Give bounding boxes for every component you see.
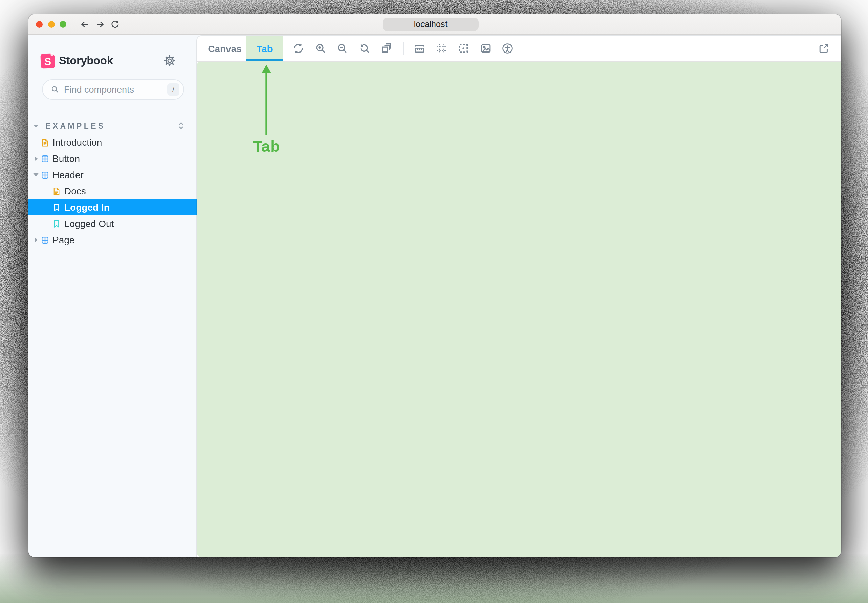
remount-icon xyxy=(293,43,304,54)
component-icon xyxy=(40,235,49,244)
brand-title[interactable]: Storybook xyxy=(59,54,113,67)
toolbar-divider xyxy=(402,42,403,55)
tree-item-label: Docs xyxy=(64,186,86,196)
tree-item-label: Button xyxy=(52,153,80,164)
tab-canvas[interactable]: Canvas xyxy=(197,36,247,62)
tree-item-docs[interactable]: Docs xyxy=(28,183,197,199)
image-icon xyxy=(480,43,491,54)
sidebar-section-examples[interactable]: EXAMPLES xyxy=(28,118,197,134)
forward-arrow-icon xyxy=(96,20,105,29)
url-text: localhost xyxy=(414,20,447,29)
measure-button[interactable] xyxy=(414,43,425,54)
annotation-arrow-icon xyxy=(257,64,276,137)
minimize-window-button[interactable] xyxy=(48,21,54,28)
settings-button[interactable] xyxy=(164,55,175,66)
reload-icon xyxy=(110,20,120,29)
caret-right-icon[interactable] xyxy=(32,155,39,162)
doc-icon xyxy=(40,138,49,147)
gear-icon xyxy=(164,55,175,66)
bookmark-icon xyxy=(52,219,60,228)
remount-button[interactable] xyxy=(293,43,304,54)
outline-icon xyxy=(458,43,469,54)
outline-button[interactable] xyxy=(458,43,469,54)
backgrounds-button[interactable] xyxy=(480,43,491,54)
zoom-in-icon xyxy=(315,43,326,54)
tree-item-logged-in[interactable]: Logged In xyxy=(28,199,197,215)
grid-icon xyxy=(436,43,447,54)
window-controls xyxy=(36,21,66,28)
close-window-button[interactable] xyxy=(36,21,43,28)
canvas-toolbar xyxy=(293,36,513,62)
tree-item-label: Page xyxy=(52,234,74,245)
accessibility-icon xyxy=(502,43,513,54)
maximize-window-button[interactable] xyxy=(60,21,66,28)
tree-item-page[interactable]: Page xyxy=(28,232,197,248)
section-label: EXAMPLES xyxy=(45,122,106,130)
tree-item-label: Logged Out xyxy=(64,218,114,229)
tab-label: Canvas xyxy=(208,43,242,54)
reload-button[interactable] xyxy=(110,20,120,29)
component-icon xyxy=(40,170,49,179)
browser-chrome: localhost xyxy=(28,14,841,34)
back-arrow-icon xyxy=(80,20,89,29)
preview-panel: Canvas Tab xyxy=(197,36,841,557)
caret-right-icon[interactable] xyxy=(32,237,39,243)
tree-item-logged-out[interactable]: Logged Out xyxy=(28,215,197,232)
grid-button[interactable] xyxy=(436,43,447,54)
section-caret-down-icon xyxy=(32,123,39,130)
viewport-button[interactable] xyxy=(381,43,392,54)
chevrons-up-down-icon xyxy=(176,121,186,131)
shortcut-key: / xyxy=(172,85,174,93)
bookmark-icon xyxy=(52,203,60,212)
backdrop-green-tint xyxy=(0,553,868,603)
storybook-logo-icon[interactable]: S xyxy=(40,53,55,68)
tree-item-label: Logged In xyxy=(64,202,110,213)
tab-tab[interactable]: Tab xyxy=(247,36,283,62)
caret-down-icon[interactable] xyxy=(32,172,39,178)
browser-window: localhost S Storybook xyxy=(28,14,841,557)
open-canvas-new-tab-button[interactable] xyxy=(818,43,829,54)
search-input[interactable] xyxy=(64,84,167,94)
accessibility-button[interactable] xyxy=(502,43,513,54)
forward-button[interactable] xyxy=(96,20,105,29)
brand-header: S Storybook xyxy=(28,53,197,70)
component-icon xyxy=(40,154,49,163)
external-link-icon xyxy=(818,43,829,54)
tree-item-header[interactable]: Header xyxy=(28,167,197,183)
back-button[interactable] xyxy=(80,20,89,29)
active-tab-underline xyxy=(247,59,283,61)
ruler-icon xyxy=(414,43,425,54)
story-tree: Introduction Button xyxy=(28,134,197,248)
expand-collapse-all-button[interactable] xyxy=(176,121,186,131)
zoom-reset-button[interactable] xyxy=(359,43,370,54)
search-icon xyxy=(51,85,59,94)
tab-label: Tab xyxy=(257,43,273,54)
viewport-icon xyxy=(381,43,392,54)
preview-tabbar: Canvas Tab xyxy=(197,36,841,62)
window-content: S Storybook xyxy=(28,34,841,557)
storybook-sidebar: S Storybook xyxy=(28,34,197,557)
address-bar[interactable]: localhost xyxy=(382,18,479,31)
annotation-label: Tab xyxy=(232,138,301,156)
zoom-in-button[interactable] xyxy=(315,43,326,54)
story-canvas: Tab xyxy=(197,62,841,557)
search-box[interactable]: / xyxy=(42,79,184,100)
zoom-reset-icon xyxy=(359,43,370,54)
screenshot-stage: localhost S Storybook xyxy=(0,0,868,603)
search-shortcut-badge: / xyxy=(167,83,179,96)
tree-item-introduction[interactable]: Introduction xyxy=(28,134,197,150)
zoom-out-button[interactable] xyxy=(336,43,348,54)
tree-item-label: Introduction xyxy=(52,137,102,148)
zoom-out-icon xyxy=(336,43,348,54)
tree-item-button[interactable]: Button xyxy=(28,150,197,167)
doc-icon xyxy=(52,187,60,195)
tree-item-label: Header xyxy=(52,169,83,180)
logo-letter: S xyxy=(44,55,51,67)
